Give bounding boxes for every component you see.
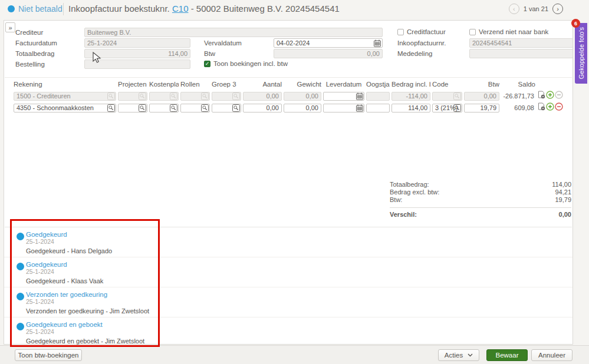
code-input[interactable]: 3 (21%)	[432, 104, 462, 112]
add-row-icon[interactable]	[546, 91, 554, 101]
history-title-link[interactable]: Goedgekeurd	[26, 231, 572, 238]
booking-detail-icon[interactable]	[537, 102, 545, 113]
gewicht-input[interactable]: 0,00	[284, 92, 321, 101]
history-date: 25-1-2024	[26, 298, 572, 305]
tab-gekoppelde-fotos[interactable]: Gekoppelde foto's	[575, 23, 587, 84]
browse-search-icon[interactable]	[107, 104, 115, 112]
browse-search-icon[interactable]	[139, 104, 146, 112]
bestelling-field[interactable]	[84, 59, 190, 69]
collapse-sidebar-icon[interactable]: »	[5, 22, 15, 32]
factuurdatum-label: Factuurdatum	[15, 39, 57, 47]
groep3-input[interactable]	[212, 104, 241, 112]
kostenplaats-input[interactable]	[149, 92, 179, 101]
remove-row-icon[interactable]	[555, 102, 563, 113]
rekening-input[interactable]: 1500 - Crediteuren	[14, 92, 116, 101]
col-kostenplaats: Kostenplaa...	[149, 81, 179, 88]
page-title: Inkoopfactuur boekstuknr. C10 - 50002 Bu…	[68, 4, 340, 14]
status-dot-icon	[17, 323, 24, 330]
history-date: 25-1-2024	[26, 268, 572, 275]
oogstjaar-input[interactable]	[366, 92, 390, 101]
bedrag-input[interactable]: 114,00	[391, 104, 430, 112]
browse-search-icon	[232, 92, 240, 100]
inkoopfactuurnr-field[interactable]: 20245454541	[469, 38, 573, 48]
doc-number-link[interactable]: C10	[172, 4, 189, 14]
history-title-link[interactable]: Goedgekeurd	[26, 261, 572, 268]
calendar-icon[interactable]	[356, 104, 363, 112]
browse-search-icon[interactable]	[170, 104, 177, 112]
browse-search-icon[interactable]	[201, 104, 209, 112]
aantal-input[interactable]: 0,00	[243, 92, 282, 101]
calendar-icon[interactable]	[356, 92, 363, 100]
bewaar-button[interactable]: Bewaar	[486, 349, 528, 361]
col-bedrag: Bedrag incl. btw	[391, 81, 430, 88]
rollen-input[interactable]	[180, 92, 210, 101]
top-header: Niet betaald Inkoopfactuur boekstuknr. C…	[0, 0, 589, 19]
total-value: 19,79	[555, 196, 571, 204]
invoice-panel: » Crediteur Buitenweg B.V. Creditfactuur…	[4, 20, 573, 345]
history-date: 25-1-2024	[26, 328, 572, 335]
col-gewicht: Gewicht	[284, 81, 321, 88]
rekening-input[interactable]: 4350 - Schoonmaakkosten	[14, 104, 116, 112]
history-description: Goedgekeurd - Klaas Vaak	[26, 277, 572, 285]
btw-field[interactable]: 0,00	[274, 49, 383, 58]
history-title-link[interactable]: Verzonden ter goedkeuring	[26, 291, 572, 298]
browse-search-icon[interactable]	[232, 104, 240, 112]
row-actions	[537, 91, 564, 101]
projecten-input[interactable]	[118, 104, 147, 112]
history-title-link[interactable]: Goedgekeurd en geboekt	[26, 321, 572, 328]
mededeling-label: Mededeling	[397, 50, 432, 57]
record-pager: ‹ 1 van 21 ›	[509, 4, 563, 14]
status-badge: Niet betaald	[18, 4, 62, 14]
chevron-down-icon	[468, 353, 473, 357]
browse-search-icon[interactable]	[453, 104, 461, 112]
col-leverdatum: Leverdatum	[323, 81, 364, 88]
verschil-label: Verschil:	[390, 211, 417, 219]
creditfactuur-checkbox[interactable]	[397, 29, 404, 35]
crediteur-field[interactable]: Buitenweg B.V.	[84, 28, 383, 37]
mededeling-field[interactable]	[469, 49, 573, 58]
rollen-input[interactable]	[180, 104, 210, 112]
creditfactuur-row: Creditfactuur	[397, 28, 446, 35]
projecten-input[interactable]	[118, 92, 147, 101]
bedrag-input[interactable]: -114,00	[391, 92, 430, 101]
crediteur-label: Crediteur	[15, 29, 43, 36]
total-label: Bedrag excl. btw:	[390, 188, 439, 196]
factuurdatum-field[interactable]: 25-1-2024	[84, 38, 190, 48]
creditfactuur-label: Creditfactuur	[407, 28, 446, 35]
kostenplaats-input[interactable]	[149, 104, 179, 112]
prev-record-icon[interactable]: ‹	[509, 4, 519, 14]
pager-position: 1 van 21	[524, 5, 548, 12]
totaalbedrag-label: Totaalbedrag	[15, 50, 55, 57]
gewicht-input[interactable]: 0,00	[284, 104, 321, 112]
groep3-input[interactable]	[212, 92, 241, 101]
booking-detail-icon[interactable]	[537, 91, 545, 101]
form-divider	[5, 77, 572, 78]
col-code: Code	[432, 81, 462, 88]
calendar-icon[interactable]	[374, 39, 381, 47]
leverdatum-input[interactable]	[323, 92, 364, 101]
totaalbedrag-field[interactable]: 114,00	[84, 49, 190, 58]
remove-row-icon[interactable]	[555, 91, 563, 101]
oogstjaar-input[interactable]	[366, 104, 390, 112]
col-projecten: Projecten	[118, 81, 147, 88]
btw-row-input[interactable]: 0,00	[464, 92, 499, 101]
next-record-icon[interactable]: ›	[552, 4, 563, 14]
leverdatum-input[interactable]	[323, 104, 364, 112]
toon-btw-boekingen-button[interactable]: Toon btw-boekingen	[15, 349, 82, 361]
aantal-input[interactable]: 0,00	[243, 104, 282, 112]
table-row: 4350 - Schoonmaakkosten 0,00 0,00 114,00…	[14, 102, 565, 113]
add-row-icon[interactable]	[546, 102, 554, 113]
verzend-niet-checkbox[interactable]	[469, 29, 476, 35]
code-input[interactable]	[432, 92, 462, 101]
photo-count-badge: 6	[571, 19, 580, 28]
saldo-value: -26.871,73	[501, 92, 535, 100]
acties-button[interactable]: Acties	[438, 349, 479, 361]
toon-boekingen-checkbox[interactable]: ✓	[204, 61, 210, 67]
tab-gekoppelde-fotos-label: Gekoppelde foto's	[578, 27, 585, 79]
col-aantal: Aantal	[243, 81, 282, 88]
annuleer-button[interactable]: Annuleer	[531, 349, 572, 361]
vervaldatum-field[interactable]: 04-02-2024	[274, 38, 383, 48]
footer-bar: Toon btw-boekingen Acties Bewaar Annulee…	[0, 345, 589, 364]
total-value: 94,21	[555, 188, 571, 196]
btw-row-input[interactable]: 19,79	[464, 104, 499, 112]
